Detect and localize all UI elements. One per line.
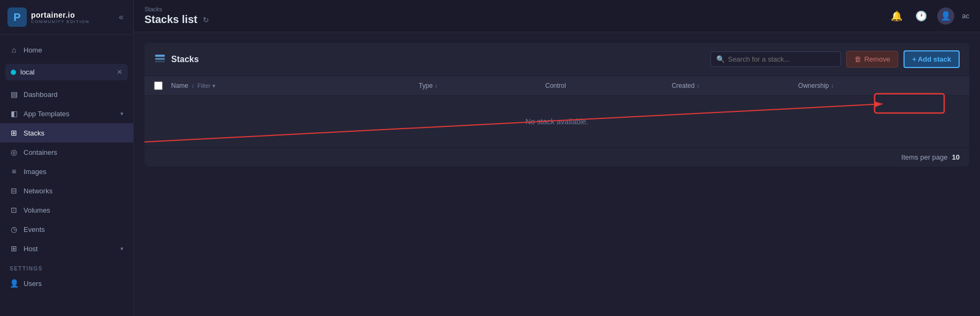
col-name-header: Name ↕ Filter ▾	[171, 82, 414, 89]
sidebar-item-stacks[interactable]: ⊞ Stacks	[0, 123, 133, 142]
remove-icon: 🗑	[854, 55, 861, 63]
items-per-page-label: Items per page	[901, 153, 948, 161]
sidebar-header: P portainer.io Community Edition «	[0, 0, 133, 35]
portainer-logo-icon: P	[7, 7, 27, 27]
filter-label: Filter	[197, 82, 210, 89]
svg-rect-3	[155, 58, 165, 60]
card-actions: 🔍 🗑 Remove + Add stack	[710, 50, 960, 68]
search-input[interactable]	[728, 55, 835, 63]
env-name-label: local	[20, 68, 112, 76]
sidebar-item-events[interactable]: ◷ Events	[0, 220, 133, 239]
sidebar-item-label: Users	[24, 280, 124, 288]
col-created-label: Created	[672, 82, 695, 89]
logo-area: P portainer.io Community Edition	[7, 7, 89, 27]
filter-button[interactable]: Filter ▾	[197, 82, 216, 89]
dashboard-icon: ▤	[10, 90, 18, 99]
page-title-row: Stacks list ↻	[144, 13, 209, 26]
search-icon: 🔍	[716, 55, 725, 63]
env-status-dot	[11, 70, 16, 75]
sidebar-nav: ⌂ Home local ✕ ▤ Dashboard ◧ App Templat…	[0, 35, 133, 298]
user-avatar-button[interactable]: 👤	[937, 7, 954, 25]
stacks-icon: ⊞	[10, 129, 18, 137]
add-stack-label: + Add stack	[912, 55, 951, 63]
sidebar-item-label: Host	[24, 245, 115, 253]
svg-rect-2	[155, 55, 165, 57]
sidebar-item-label: Stacks	[24, 129, 124, 137]
filter-icon: ▾	[212, 82, 216, 89]
sidebar-item-volumes[interactable]: ⊡ Volumes	[0, 200, 133, 220]
refresh-icon[interactable]: ↻	[203, 16, 209, 24]
stacks-card-icon	[154, 52, 166, 66]
networks-icon: ⊟	[10, 186, 18, 195]
logo-sub-text: Community Edition	[31, 19, 89, 24]
sidebar: P portainer.io Community Edition « ⌂ Hom…	[0, 0, 134, 316]
remove-label: Remove	[864, 55, 890, 63]
sidebar-item-containers[interactable]: ◎ Containers	[0, 142, 133, 162]
sidebar-item-label: Home	[24, 46, 124, 54]
settings-section-label: Settings	[0, 258, 133, 274]
chevron-down-icon: ▾	[120, 245, 124, 252]
page-header-info: Stacks Stacks list ↻	[144, 6, 209, 26]
page-title: Stacks list	[144, 13, 197, 26]
search-box: 🔍	[710, 51, 841, 67]
col-ownership-header: Ownership ↕	[798, 82, 960, 89]
col-ownership-label: Ownership	[798, 82, 829, 89]
empty-state: No stack available.	[144, 96, 969, 147]
sort-type-icon[interactable]: ↕	[435, 83, 438, 89]
env-box: local ✕	[5, 64, 128, 80]
topbar-right: 🔔 🕐 👤 ac	[888, 7, 969, 25]
sidebar-item-app-templates[interactable]: ◧ App Templates ▾	[0, 104, 133, 123]
select-all-checkbox[interactable]	[154, 81, 163, 90]
col-name-label: Name	[171, 82, 188, 89]
sidebar-item-images[interactable]: ≡ Images	[0, 162, 133, 181]
svg-rect-4	[155, 61, 165, 62]
svg-text:P: P	[13, 11, 20, 23]
card-header: Stacks 🔍 🗑 Remove + Add stack	[144, 43, 969, 76]
breadcrumb: Stacks	[144, 6, 209, 12]
sidebar-item-label: App Templates	[24, 110, 115, 118]
content-area: Stacks 🔍 🗑 Remove + Add stack	[134, 32, 980, 316]
events-icon: ◷	[10, 225, 18, 234]
sort-ownership-icon[interactable]: ↕	[831, 83, 833, 89]
sidebar-item-home[interactable]: ⌂ Home	[0, 40, 133, 59]
card-title: Stacks	[171, 55, 199, 64]
users-icon: 👤	[10, 279, 18, 288]
sidebar-item-networks[interactable]: ⊟ Networks	[0, 181, 133, 200]
topbar: Stacks Stacks list ↻ 🔔 🕐 👤 ac	[134, 0, 980, 32]
user-label: ac	[962, 12, 969, 20]
sidebar-item-label: Networks	[24, 187, 124, 195]
sidebar-item-label: Images	[24, 168, 124, 176]
containers-icon: ◎	[10, 148, 18, 156]
table-footer: Items per page 10	[144, 147, 969, 167]
sidebar-item-label: Dashboard	[24, 91, 124, 99]
col-type-label: Type	[419, 82, 433, 89]
main-content: Stacks Stacks list ↻ 🔔 🕐 👤 ac	[134, 0, 980, 316]
remove-button[interactable]: 🗑 Remove	[846, 51, 898, 67]
col-created-header: Created ↕	[672, 82, 793, 89]
sidebar-item-dashboard[interactable]: ▤ Dashboard	[0, 85, 133, 104]
logo-main-text: portainer.io	[31, 11, 89, 19]
items-per-page-value: 10	[952, 153, 960, 161]
sort-name-icon[interactable]: ↕	[192, 83, 194, 89]
host-icon: ⊞	[10, 244, 18, 253]
home-icon: ⌂	[10, 46, 18, 54]
stack-layers-icon	[154, 52, 166, 64]
sort-created-icon[interactable]: ↕	[696, 83, 699, 89]
sidebar-item-label: Events	[24, 225, 124, 234]
add-stack-button[interactable]: + Add stack	[904, 50, 960, 68]
sidebar-item-label: Containers	[24, 148, 124, 156]
sidebar-collapse-button[interactable]: «	[117, 10, 126, 24]
sidebar-item-host[interactable]: ⊞ Host ▾	[0, 239, 133, 258]
env-close-button[interactable]: ✕	[117, 68, 122, 76]
sidebar-item-users[interactable]: 👤 Users	[0, 274, 133, 293]
volumes-icon: ⊡	[10, 206, 18, 214]
col-control-label: Control	[545, 82, 566, 89]
notifications-button[interactable]: 🔔	[888, 7, 905, 25]
card-title-area: Stacks	[154, 52, 199, 66]
empty-message: No stack available.	[525, 117, 588, 126]
table-header: Name ↕ Filter ▾ Type ↕ Control	[144, 76, 969, 96]
logo-text: portainer.io Community Edition	[31, 11, 89, 24]
sidebar-item-label: Volumes	[24, 206, 124, 214]
stacks-card: Stacks 🔍 🗑 Remove + Add stack	[144, 43, 969, 167]
activity-button[interactable]: 🕐	[913, 7, 930, 25]
